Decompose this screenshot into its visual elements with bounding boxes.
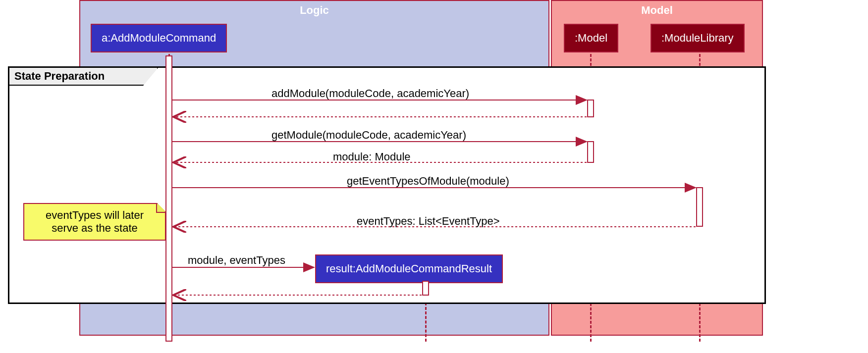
activation-a [165, 55, 172, 342]
activation-library [696, 187, 703, 227]
msg-eventtypes-return: eventTypes: List<EventType> [357, 215, 500, 228]
fragment-label: State Preparation [9, 68, 158, 86]
package-logic-title: Logic [300, 4, 329, 16]
participant-result: result:AddModuleCommandResult [315, 254, 503, 283]
participant-model: :Model [564, 24, 618, 52]
note-line1: eventTypes will later [29, 209, 160, 222]
msg-addmodule: addModule(moduleCode, academicYear) [271, 87, 469, 100]
participant-model-label: :Model [575, 32, 607, 44]
note-line2: serve as the state [29, 222, 160, 235]
activation-model-2 [587, 141, 594, 163]
package-model-header: Model [551, 0, 763, 21]
fragment-label-text: State Preparation [14, 70, 105, 82]
note-eventtypes: eventTypes will later serve as the state [23, 203, 166, 241]
msg-geteventtypes: getEventTypesOfModule(module) [347, 175, 509, 188]
participant-library: :ModuleLibrary [651, 24, 745, 52]
participant-a: a:AddModuleCommand [91, 24, 227, 52]
package-logic-header: Logic [79, 0, 549, 21]
participant-library-label: :ModuleLibrary [661, 32, 734, 44]
msg-module-return: module: Module [333, 151, 411, 163]
participant-a-label: a:AddModuleCommand [102, 32, 216, 44]
activation-model-1 [587, 100, 594, 117]
activation-result [422, 281, 429, 296]
msg-create-result: module, eventTypes [188, 254, 285, 267]
participant-result-label: result:AddModuleCommandResult [326, 262, 492, 275]
msg-getmodule: getModule(moduleCode, academicYear) [271, 129, 466, 142]
package-model-title: Model [641, 4, 673, 16]
